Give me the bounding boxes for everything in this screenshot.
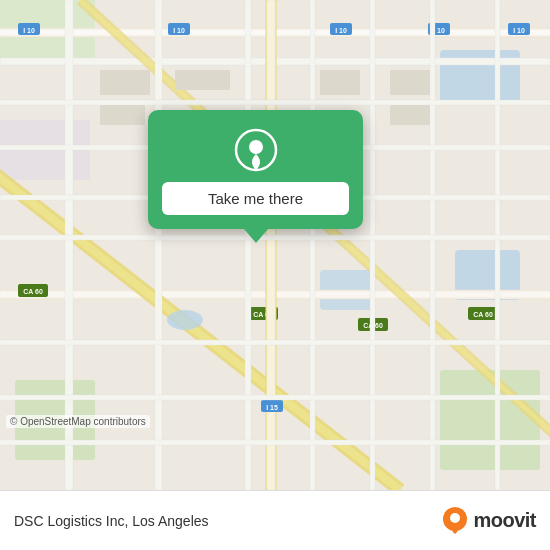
svg-point-66: [450, 513, 460, 523]
moovit-logo: moovit: [441, 507, 536, 535]
take-me-there-button[interactable]: Take me there: [162, 182, 349, 215]
moovit-label: moovit: [473, 509, 536, 532]
bottom-bar: DSC Logistics Inc, Los Angeles moovit: [0, 490, 550, 550]
svg-text:I 10: I 10: [173, 27, 185, 34]
svg-rect-59: [320, 70, 360, 95]
map-container[interactable]: I 10 I 10 I 10 I 10 I 10 CA 60 CA 60 CA …: [0, 0, 550, 490]
svg-rect-58: [175, 70, 230, 90]
osm-credit: © OpenStreetMap contributors: [6, 415, 150, 428]
svg-rect-53: [0, 340, 550, 345]
svg-rect-41: [430, 0, 435, 490]
svg-rect-54: [0, 395, 550, 400]
svg-rect-57: [100, 105, 145, 125]
svg-rect-42: [495, 0, 500, 490]
svg-text:I 10: I 10: [513, 27, 525, 34]
location-text: DSC Logistics Inc, Los Angeles: [14, 513, 209, 529]
svg-rect-55: [0, 440, 550, 445]
svg-rect-61: [390, 105, 430, 125]
svg-text:I 10: I 10: [335, 27, 347, 34]
svg-text:I 10: I 10: [23, 27, 35, 34]
svg-rect-60: [390, 70, 430, 95]
location-popup-card: Take me there: [148, 110, 363, 229]
svg-rect-52: [0, 235, 550, 240]
moovit-logo-icon: [441, 507, 469, 535]
svg-rect-38: [245, 0, 251, 490]
svg-rect-44: [268, 0, 274, 490]
svg-rect-5: [440, 370, 540, 470]
svg-rect-37: [155, 0, 162, 490]
svg-text:CA 60: CA 60: [23, 288, 43, 295]
svg-rect-56: [100, 70, 150, 95]
svg-point-64: [249, 140, 263, 154]
svg-rect-40: [370, 0, 375, 490]
svg-text:I 15: I 15: [266, 404, 278, 411]
location-pin-icon: [234, 128, 278, 172]
svg-rect-49: [0, 100, 550, 105]
svg-text:CA 60: CA 60: [473, 311, 493, 318]
svg-rect-39: [310, 0, 315, 490]
svg-point-62: [167, 310, 203, 330]
